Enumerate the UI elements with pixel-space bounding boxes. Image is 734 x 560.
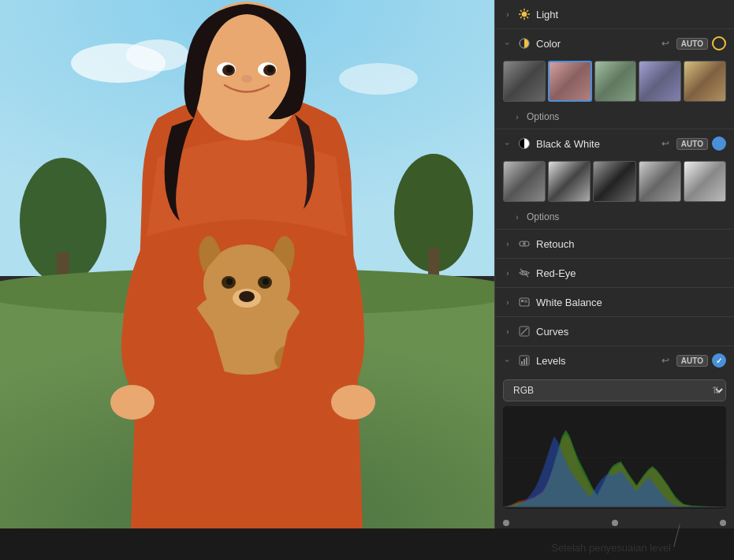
chevron-redeye-icon xyxy=(503,268,512,278)
color-preset-4[interactable] xyxy=(639,61,681,102)
histogram-area xyxy=(503,406,726,509)
caption-area: Setelah penyesuaian level xyxy=(0,528,734,560)
section-color: Color ↩ AUTO Options xyxy=(495,29,734,129)
rgb-select[interactable]: RGB Red Green Blue Luminance xyxy=(503,379,726,401)
section-redeye: Red-Eye xyxy=(495,259,734,288)
bw-presets-strip xyxy=(495,158,734,208)
color-preset-3[interactable] xyxy=(594,61,637,102)
light-title: Light xyxy=(536,9,726,21)
chevron-wb-icon xyxy=(503,297,512,307)
caption-text: Setelah penyesuaian level xyxy=(551,542,671,554)
bw-preset-5[interactable] xyxy=(684,161,726,202)
svg-line-36 xyxy=(520,10,522,12)
section-curves-header[interactable]: Curves xyxy=(495,317,734,345)
bw-circle-btn[interactable] xyxy=(712,136,726,151)
color-presets-strip xyxy=(495,58,734,108)
svg-point-18 xyxy=(267,66,274,73)
bandaid-icon xyxy=(517,237,531,251)
svg-point-2 xyxy=(126,39,189,71)
curves-title: Curves xyxy=(536,326,726,338)
histogram-white-slider[interactable] xyxy=(720,520,726,526)
bw-undo-btn[interactable]: ↩ xyxy=(658,136,673,151)
section-redeye-header[interactable]: Red-Eye xyxy=(495,259,734,287)
section-bw: Black & White ↩ AUTO Options xyxy=(495,129,734,230)
chevron-levels-icon xyxy=(503,356,512,365)
bw-preset-1[interactable] xyxy=(503,161,546,202)
color-preset-2[interactable] xyxy=(548,61,592,102)
section-curves: Curves xyxy=(495,317,734,346)
histogram-black-slider[interactable] xyxy=(503,520,509,526)
levels-auto-badge[interactable]: AUTO xyxy=(676,355,708,367)
color-preset-5[interactable] xyxy=(684,61,726,102)
retouch-title: Retouch xyxy=(536,238,726,250)
chevron-retouch-icon xyxy=(503,239,512,248)
svg-point-45 xyxy=(523,243,525,245)
rgb-select-wrapper: RGB Red Green Blue Luminance xyxy=(503,379,726,401)
svg-line-39 xyxy=(520,17,522,18)
chevron-curves-icon xyxy=(503,327,512,336)
section-bw-header[interactable]: Black & White ↩ AUTO xyxy=(495,129,734,158)
svg-rect-49 xyxy=(521,300,523,302)
levels-undo-btn[interactable]: ↩ xyxy=(658,353,673,368)
svg-point-29 xyxy=(110,385,155,420)
bw-auto-badge[interactable]: AUTO xyxy=(676,138,708,150)
section-levels-header[interactable]: Levels ↩ AUTO xyxy=(495,346,734,375)
chevron-color-icon xyxy=(503,39,512,48)
levels-title: Levels xyxy=(536,355,658,367)
histogram-chart xyxy=(503,406,726,509)
section-retouch: Retouch xyxy=(495,230,734,259)
histogram-sliders xyxy=(495,517,734,528)
svg-line-47 xyxy=(520,269,528,277)
section-retouch-header[interactable]: Retouch xyxy=(495,230,734,258)
svg-point-17 xyxy=(226,66,233,73)
photo-image xyxy=(0,0,494,528)
svg-point-19 xyxy=(241,75,252,83)
levels-actions: ↩ AUTO xyxy=(658,353,726,368)
redeye-icon xyxy=(517,266,531,280)
curves-icon xyxy=(517,324,531,338)
svg-point-26 xyxy=(226,278,233,285)
color-circle-icon xyxy=(517,36,531,50)
rgb-select-row: RGB Red Green Blue Luminance xyxy=(495,375,734,406)
levels-icon xyxy=(517,353,531,368)
main-container: Light Color ↩ AUTO xyxy=(0,0,734,528)
svg-point-23 xyxy=(239,291,255,302)
section-wb: White Balance xyxy=(495,288,734,317)
svg-point-31 xyxy=(522,12,527,17)
svg-line-37 xyxy=(527,17,528,18)
chevron-light-icon xyxy=(503,9,512,19)
bw-options-label: Options xyxy=(527,211,559,222)
section-light-header[interactable]: Light xyxy=(495,0,734,28)
right-panel: Light Color ↩ AUTO xyxy=(494,0,734,528)
svg-rect-56 xyxy=(526,357,527,364)
redeye-title: Red-Eye xyxy=(536,267,726,279)
chevron-color-options-icon xyxy=(512,112,522,121)
section-light: Light xyxy=(495,0,734,29)
color-actions: ↩ AUTO xyxy=(658,36,726,50)
svg-line-38 xyxy=(527,10,528,12)
wb-title: White Balance xyxy=(536,297,726,308)
bw-options-row[interactable]: Options xyxy=(495,208,734,229)
wb-icon xyxy=(517,295,531,309)
chevron-bw-icon xyxy=(503,139,512,148)
photo-area xyxy=(0,0,494,528)
svg-rect-54 xyxy=(521,361,523,364)
bw-preset-4[interactable] xyxy=(639,161,681,202)
section-wb-header[interactable]: White Balance xyxy=(495,288,734,316)
svg-rect-55 xyxy=(523,359,525,364)
section-color-header[interactable]: Color ↩ AUTO xyxy=(495,29,734,58)
bw-circle-icon xyxy=(517,136,531,151)
color-circle-btn[interactable] xyxy=(712,36,726,50)
chevron-bw-options-icon xyxy=(512,212,522,222)
bw-title: Black & White xyxy=(536,138,658,150)
color-options-row[interactable]: Options xyxy=(495,108,734,129)
bw-preset-3[interactable] xyxy=(593,161,635,202)
color-auto-badge[interactable]: AUTO xyxy=(676,38,708,50)
bw-preset-2[interactable] xyxy=(548,161,591,202)
svg-point-30 xyxy=(331,385,375,420)
histogram-mid-slider[interactable] xyxy=(612,520,618,526)
color-preset-1[interactable] xyxy=(503,61,546,102)
color-undo-btn[interactable]: ↩ xyxy=(658,36,673,50)
svg-point-27 xyxy=(263,278,269,285)
levels-check-btn[interactable] xyxy=(712,353,726,368)
